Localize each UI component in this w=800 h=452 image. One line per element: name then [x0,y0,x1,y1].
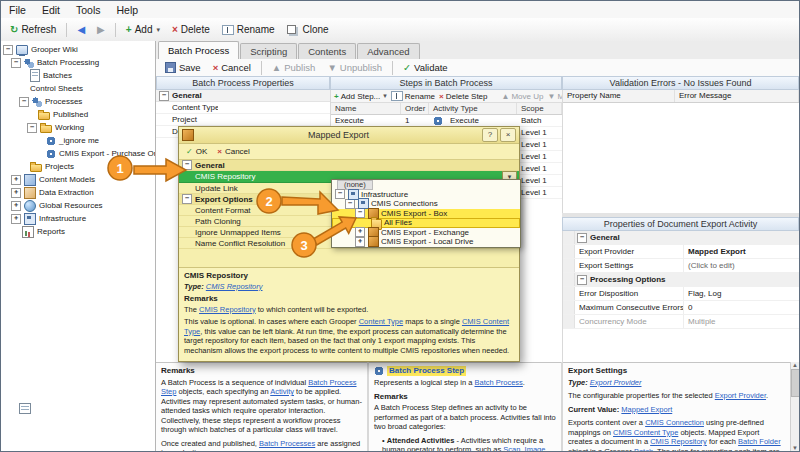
doc-title-link[interactable]: Batch Process Step [387,366,466,376]
tree-item-data-extraction[interactable]: +Data Extraction [1,186,155,199]
expand-icon[interactable]: + [11,201,21,211]
collapse-icon[interactable]: − [3,45,13,55]
gears-icon [24,58,34,68]
rename-step-button[interactable]: Rename [391,91,435,101]
activity-row-concurrency-mode[interactable]: Concurrency ModeMultiple [563,315,799,329]
expand-icon[interactable]: + [355,237,365,247]
tree-item-infrastructure[interactable]: +Infrastructure [1,212,155,225]
help-button[interactable]: ? [482,128,498,142]
ok-button[interactable]: ✓OK [184,147,209,156]
collapse-icon[interactable]: − [345,199,355,209]
collapse-icon[interactable]: − [182,194,192,204]
collapse-icon[interactable]: − [577,233,587,243]
scroll-down-icon[interactable]: ▼ [792,445,798,451]
menu-edit[interactable]: Edit [34,2,68,18]
menu-tools[interactable]: Tools [68,2,109,18]
activity-row-export-settings[interactable]: Export Settings(Click to edit) [563,259,799,273]
collapse-icon[interactable]: − [577,275,587,285]
move-up-button[interactable]: ▲Move Up [502,92,544,101]
activity-row-error-disposition[interactable]: Error DispositionFlag, Log [563,287,799,301]
rename-icon [222,25,234,35]
tab-advanced[interactable]: Advanced [357,43,419,59]
collapse-icon[interactable]: − [182,160,192,170]
collapse-icon[interactable]: − [355,208,365,218]
dialog-cancel-button[interactable]: ×Cancel [215,147,252,156]
save-button[interactable]: Save [160,61,206,74]
doc-link[interactable]: CMIS Repository [199,305,256,314]
scrollbar-thumb[interactable] [791,369,800,397]
add-step-button[interactable]: +Add Step...▾ [334,92,387,101]
back-button[interactable]: ◀ [72,22,90,37]
publish-button[interactable]: ▲Publish [267,61,321,74]
doc-link[interactable]: CMIS Content Type [613,428,678,437]
cancel-button[interactable]: ×Cancel [208,61,256,74]
tree-item-global-resources[interactable]: +Global Resources [1,199,155,212]
menu-file[interactable]: File [1,2,34,18]
property-group-general[interactable]: −General [156,90,330,102]
property-row-content-type[interactable]: Content Type [156,102,330,114]
popup-item-all-files[interactable]: All Files [332,218,520,228]
doc-link[interactable]: CMIS Connection [645,418,704,427]
doc-link[interactable]: Content Type [359,317,403,326]
tree-item-working[interactable]: −Working [1,121,155,134]
property-row-project[interactable]: Project [156,114,330,126]
add-button[interactable]: + Add ▾ [121,22,165,37]
clone-button[interactable]: Clone [282,22,334,37]
scroll-up-icon[interactable]: ▲ [792,362,798,368]
collapse-icon[interactable]: − [335,189,345,199]
doc-link[interactable]: CMIS Repository [650,437,707,446]
tree-item-content-models[interactable]: +Content Models [1,173,155,186]
activity-group-general[interactable]: −General [563,231,799,245]
doc-link[interactable]: Scan [503,445,520,451]
expand-icon[interactable]: + [11,188,21,198]
activity-row-export-provider[interactable]: Export ProviderMapped Export [563,245,799,259]
expand-icon[interactable]: + [11,214,21,224]
tree-item-published[interactable]: Published [1,108,155,121]
doc-link[interactable]: Batch Folder [738,437,781,446]
collapse-icon[interactable]: − [159,91,169,101]
unpublish-button[interactable]: ▼Unpublish [322,61,387,74]
activity-group-processing-options[interactable]: −Processing Options [563,273,799,287]
collapse-icon[interactable]: − [27,123,37,133]
expand-icon[interactable]: + [355,227,365,237]
menu-help[interactable]: Help [109,2,147,18]
tab-contents[interactable]: Contents [298,43,356,59]
forward-button[interactable]: ▶ [92,22,110,37]
doc-scrollbar[interactable]: ▲ ▼ [790,362,799,451]
doc-link[interactable]: Batch Processes [259,439,315,448]
doc-link[interactable]: Mapped Export [621,405,672,414]
tree-item-cmis-export-purchase-orders[interactable]: CMIS Export - Purchase Orders [1,147,155,160]
refresh-button[interactable]: ↻ Refresh [5,22,61,37]
tree-item-batch-processing[interactable]: −Batch Processing [1,56,155,69]
tree-item-processes[interactable]: −Processes [1,95,155,108]
collapse-icon[interactable]: − [19,97,29,107]
activity-row-max-consecutive-errors[interactable]: Maximum Consecutive Errors0 [563,301,799,315]
doc-link[interactable]: Export Provider [590,378,642,387]
collapse-icon[interactable]: − [11,58,21,68]
popup-item-cmis-export-box[interactable]: −CMIS Export - Box [332,209,520,219]
tree-item-ignore-me[interactable]: _ignore me [1,134,155,147]
rename-button[interactable]: Rename [217,22,280,37]
dialog-group-general[interactable]: −General [179,160,519,171]
tree-item-grooper-wiki[interactable]: −Grooper Wiki [1,43,155,56]
popup-item-cmis-export-local-drive[interactable]: +CMIS Export - Local Drive [332,237,520,247]
tab-batch-process[interactable]: Batch Process [158,41,239,59]
doc-link[interactable]: Batch [634,447,653,452]
delete-step-button[interactable]: ×Delete Step [439,92,487,101]
close-button[interactable]: × [500,128,516,142]
validate-button[interactable]: ✓Validate [398,61,453,74]
popup-item-cmis-connections[interactable]: −CMIS Connections [332,199,520,209]
tree-item-batches[interactable]: Batches [1,69,155,82]
doc-link[interactable]: Activity [270,387,294,396]
doc-link[interactable]: CMIS Repository [206,282,263,291]
tree-item-projects[interactable]: Projects [1,160,155,173]
doc-link[interactable]: Batch Process [474,378,522,387]
delete-button[interactable]: × Delete [167,22,215,37]
popup-item-cmis-export-exchange[interactable]: +CMIS Export - Exchange [332,228,520,238]
tree-item-reports[interactable]: Reports [1,225,155,238]
tab-scripting[interactable]: Scripting [240,43,297,59]
expand-icon[interactable]: + [11,175,21,185]
popup-item-none[interactable]: (none) [332,180,520,190]
tree-item-control-sheets[interactable]: Control Sheets [1,82,155,95]
doc-link[interactable]: Export Provider [715,391,766,400]
